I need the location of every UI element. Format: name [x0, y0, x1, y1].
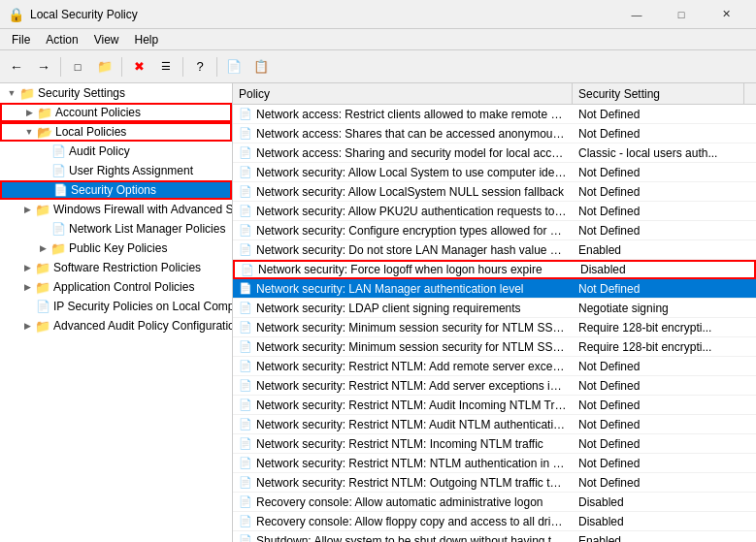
policy-icon: 📄	[239, 185, 252, 199]
show-hide-button[interactable]: □	[65, 54, 90, 80]
list-row[interactable]: 📄Network access: Restrict clients allowe…	[233, 105, 756, 124]
doc-icon-ip-security: 📄	[35, 299, 50, 314]
list-row[interactable]: 📄Network security: LAN Manager authentic…	[233, 279, 756, 299]
list-row[interactable]: 📄Network security: Restrict NTLM: Add se…	[233, 376, 756, 396]
list-row[interactable]: 📄Network security: Restrict NTLM: Add re…	[233, 357, 756, 376]
policy-icon: 📄	[239, 282, 252, 296]
policy-label: Network security: LDAP client signing re…	[256, 302, 521, 315]
list-row[interactable]: 📄Network security: Allow PKU2U authentic…	[233, 202, 756, 221]
export-button[interactable]: 📄	[221, 54, 247, 80]
expander-public-key[interactable]: ▶	[35, 240, 50, 256]
list-row[interactable]: 📄Network security: Configure encryption …	[233, 221, 756, 240]
policy-icon: 📄	[239, 302, 252, 315]
tree-item-advanced-audit[interactable]: ▶ 📁 Advanced Audit Policy Configuration	[0, 316, 232, 335]
setting-cell: Not Defined	[573, 108, 756, 121]
tree-item-local-policies[interactable]: ▼ 📂 Local Policies	[0, 122, 232, 142]
close-button[interactable]: ✕	[704, 0, 748, 29]
expander-app-control[interactable]: ▶	[19, 279, 35, 295]
tree-item-account-policies[interactable]: ▶ 📁 Account Policies	[0, 103, 232, 122]
tree-item-software-restriction[interactable]: ▶ 📁 Software Restriction Policies	[0, 258, 232, 277]
menu-file[interactable]: File	[4, 31, 38, 48]
titlebar-left: 🔒 Local Security Policy	[8, 7, 138, 22]
list-row[interactable]: 📄Recovery console: Allow automatic admin…	[233, 493, 756, 512]
list-row[interactable]: 📄Network security: LDAP client signing r…	[233, 299, 756, 318]
tree-item-public-key[interactable]: ▶ 📁 Public Key Policies	[0, 239, 232, 258]
policy-icon: 📄	[239, 108, 252, 121]
list-row[interactable]: 📄Shutdown: Allow system to be shut down …	[233, 531, 756, 542]
tree-item-user-rights[interactable]: 📄 User Rights Assignment	[0, 161, 232, 180]
tree-label-windows-firewall: Windows Firewall with Advanced Secu...	[53, 203, 233, 216]
tree-item-windows-firewall[interactable]: ▶ 📁 Windows Firewall with Advanced Secu.…	[0, 200, 232, 219]
tree-item-security-options[interactable]: 📄 Security Options	[0, 180, 232, 200]
header-policy[interactable]: Policy	[233, 83, 573, 104]
app-icon: 🔒	[8, 7, 24, 22]
list-row[interactable]: 📄Network security: Minimum session secur…	[233, 337, 756, 357]
expander-security-settings[interactable]: ▼	[4, 85, 19, 101]
setting-cell: Negotiate signing	[573, 302, 756, 315]
maximize-button[interactable]: □	[659, 0, 704, 29]
list-row[interactable]: 📄Network security: Restrict NTLM: Incomi…	[233, 434, 756, 454]
policy-cell: 📄Network security: Allow PKU2U authentic…	[233, 205, 573, 218]
tree-label-user-rights: User Rights Assignment	[69, 164, 193, 177]
list-row[interactable]: 📄Network security: Do not store LAN Mana…	[233, 240, 756, 260]
expander-local-policies[interactable]: ▼	[21, 124, 37, 140]
menu-help[interactable]: Help	[127, 31, 167, 48]
tree-label-advanced-audit: Advanced Audit Policy Configuration	[53, 319, 233, 333]
list-row[interactable]: 📄Network access: Shares that can be acce…	[233, 124, 756, 143]
policy-icon: 📄	[239, 379, 252, 393]
setting-cell: Require 128-bit encrypti...	[573, 321, 756, 335]
list-row[interactable]: 📄Network security: Minimum session secur…	[233, 318, 756, 337]
setting-cell: Not Defined	[573, 418, 756, 431]
list-row[interactable]: 📄Network security: Restrict NTLM: NTLM a…	[233, 454, 756, 473]
properties-button[interactable]: ☰	[153, 54, 179, 80]
tree-item-security-settings[interactable]: ▼ 📁 Security Settings	[0, 83, 232, 103]
list-row[interactable]: 📄Network security: Restrict NTLM: Audit …	[233, 415, 756, 434]
list-row[interactable]: 📄Network access: Sharing and security mo…	[233, 143, 756, 163]
doc-icon-security-options: 📄	[52, 182, 68, 198]
tree-item-ip-security[interactable]: 📄 IP Security Policies on Local Compute.…	[0, 297, 232, 316]
policy-cell: 📄Network security: Do not store LAN Mana…	[233, 243, 573, 257]
expander-advanced-audit[interactable]: ▶	[19, 318, 35, 334]
list-row[interactable]: 📄Network security: Restrict NTLM: Audit …	[233, 396, 756, 415]
policy-icon: 📄	[239, 205, 252, 218]
toolbar-icon-folder[interactable]: 📁	[92, 54, 117, 80]
policy-icon: 📄	[239, 146, 252, 160]
policy-label: Network security: Minimum session securi…	[256, 340, 567, 354]
expander-account-policies[interactable]: ▶	[21, 105, 37, 120]
list-row[interactable]: 📄Network security: Restrict NTLM: Outgoi…	[233, 473, 756, 493]
tree-panel: ▼ 📁 Security Settings ▶ 📁 Account Polici…	[0, 83, 233, 542]
tree-item-app-control[interactable]: ▶ 📁 Application Control Policies	[0, 277, 232, 297]
policy-label: Network security: Restrict NTLM: Add rem…	[256, 360, 567, 373]
header-setting[interactable]: Security Setting	[573, 83, 744, 104]
forward-button[interactable]: →	[31, 54, 56, 80]
export2-button[interactable]: 📋	[248, 54, 274, 80]
back-button[interactable]: ←	[4, 54, 29, 80]
tree-item-audit-policy[interactable]: 📄 Audit Policy	[0, 142, 232, 161]
list-row[interactable]: 📄Network security: Force logoff when log…	[233, 260, 756, 279]
policy-icon: 📄	[239, 360, 252, 373]
folder-icon-software-restriction: 📁	[35, 260, 50, 275]
policy-cell: 📄Network security: Minimum session secur…	[233, 340, 573, 354]
policy-icon: 📄	[239, 166, 252, 179]
policy-label: Network access: Sharing and security mod…	[256, 146, 567, 160]
policy-icon: 📄	[239, 340, 252, 354]
policy-icon: 📄	[239, 224, 252, 238]
folder-icon-local-policies: 📂	[37, 124, 52, 140]
delete-button[interactable]: ✖	[126, 54, 151, 80]
policy-icon: 📄	[241, 263, 254, 276]
list-row[interactable]: 📄Network security: Allow Local System to…	[233, 163, 756, 182]
policy-cell: 📄Network security: Minimum session secur…	[233, 321, 573, 335]
help-button[interactable]: ?	[187, 54, 213, 80]
minimize-button[interactable]: —	[614, 0, 659, 29]
policy-label: Network security: Force logoff when logo…	[258, 263, 542, 276]
list-row[interactable]: 📄Recovery console: Allow floppy copy and…	[233, 512, 756, 531]
folder-icon-advanced-audit: 📁	[35, 318, 50, 334]
expander-windows-firewall[interactable]: ▶	[19, 202, 35, 217]
policy-label: Network security: Restrict NTLM: Audit I…	[256, 399, 567, 412]
setting-cell: Not Defined	[573, 437, 756, 451]
expander-software-restriction[interactable]: ▶	[19, 260, 35, 275]
menu-action[interactable]: Action	[38, 31, 85, 48]
list-row[interactable]: 📄Network security: Allow LocalSystem NUL…	[233, 182, 756, 202]
menu-view[interactable]: View	[86, 31, 127, 48]
tree-item-network-policies[interactable]: 📄 Network List Manager Policies	[0, 219, 232, 239]
